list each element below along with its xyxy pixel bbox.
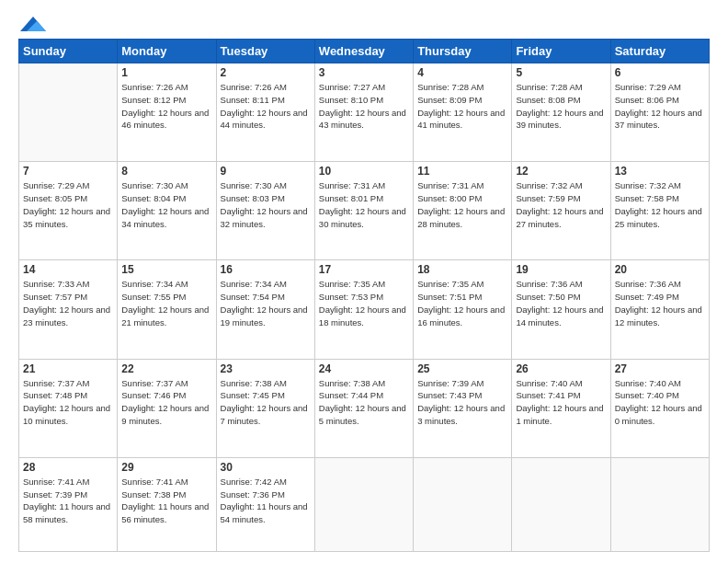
calendar-cell: 28Sunrise: 7:41 AM Sunset: 7:39 PM Dayli… (19, 457, 118, 551)
col-thursday: Thursday (414, 40, 512, 63)
calendar-cell: 27Sunrise: 7:40 AM Sunset: 7:40 PM Dayli… (610, 359, 709, 457)
calendar-cell: 6Sunrise: 7:29 AM Sunset: 8:06 PM Daylig… (610, 63, 709, 162)
day-number: 3 (319, 66, 409, 79)
day-info: Sunrise: 7:30 AM Sunset: 8:04 PM Dayligh… (121, 179, 211, 230)
col-monday: Monday (118, 40, 216, 63)
day-number: 19 (516, 263, 606, 276)
logo (18, 17, 46, 29)
day-number: 17 (319, 263, 409, 276)
day-number: 30 (221, 461, 311, 474)
day-info: Sunrise: 7:38 AM Sunset: 7:44 PM Dayligh… (319, 377, 409, 428)
day-info: Sunrise: 7:34 AM Sunset: 7:55 PM Dayligh… (121, 278, 211, 328)
day-number: 11 (417, 165, 507, 178)
day-number: 1 (121, 66, 211, 79)
day-number: 21 (23, 362, 113, 375)
page: Sunday Monday Tuesday Wednesday Thursday… (0, 0, 728, 563)
day-info: Sunrise: 7:31 AM Sunset: 8:01 PM Dayligh… (319, 179, 409, 230)
calendar-cell: 12Sunrise: 7:32 AM Sunset: 7:59 PM Dayli… (512, 162, 610, 260)
calendar-cell: 9Sunrise: 7:30 AM Sunset: 8:03 PM Daylig… (216, 162, 314, 260)
calendar-cell: 20Sunrise: 7:36 AM Sunset: 7:49 PM Dayli… (610, 260, 709, 359)
calendar-cell: 26Sunrise: 7:40 AM Sunset: 7:41 PM Dayli… (512, 359, 610, 457)
calendar-cell: 21Sunrise: 7:37 AM Sunset: 7:48 PM Dayli… (19, 359, 118, 457)
day-info: Sunrise: 7:38 AM Sunset: 7:45 PM Dayligh… (221, 377, 311, 428)
header (18, 17, 710, 29)
logo-icon (20, 15, 46, 33)
calendar-cell (19, 63, 118, 162)
calendar-cell: 10Sunrise: 7:31 AM Sunset: 8:01 PM Dayli… (314, 162, 413, 260)
day-number: 28 (23, 461, 113, 474)
calendar-cell: 30Sunrise: 7:42 AM Sunset: 7:36 PM Dayli… (216, 457, 314, 551)
calendar: Sunday Monday Tuesday Wednesday Thursday… (18, 39, 710, 552)
day-info: Sunrise: 7:37 AM Sunset: 7:46 PM Dayligh… (121, 377, 211, 428)
day-number: 23 (221, 362, 311, 375)
calendar-cell (512, 457, 610, 551)
calendar-cell: 22Sunrise: 7:37 AM Sunset: 7:46 PM Dayli… (118, 359, 216, 457)
day-number: 5 (516, 66, 606, 79)
day-number: 8 (121, 165, 211, 178)
calendar-cell: 17Sunrise: 7:35 AM Sunset: 7:53 PM Dayli… (314, 260, 413, 359)
day-info: Sunrise: 7:30 AM Sunset: 8:03 PM Dayligh… (221, 179, 311, 230)
calendar-cell: 23Sunrise: 7:38 AM Sunset: 7:45 PM Dayli… (216, 359, 314, 457)
calendar-header: Sunday Monday Tuesday Wednesday Thursday… (19, 40, 710, 63)
day-info: Sunrise: 7:32 AM Sunset: 7:58 PM Dayligh… (615, 179, 705, 230)
calendar-cell: 16Sunrise: 7:34 AM Sunset: 7:54 PM Dayli… (216, 260, 314, 359)
col-tuesday: Tuesday (216, 40, 314, 63)
calendar-cell: 25Sunrise: 7:39 AM Sunset: 7:43 PM Dayli… (414, 359, 512, 457)
calendar-cell: 19Sunrise: 7:36 AM Sunset: 7:50 PM Dayli… (512, 260, 610, 359)
day-number: 9 (221, 165, 311, 178)
calendar-cell: 1Sunrise: 7:26 AM Sunset: 8:12 PM Daylig… (118, 63, 216, 162)
day-number: 25 (417, 362, 507, 375)
col-sunday: Sunday (19, 40, 118, 63)
day-info: Sunrise: 7:39 AM Sunset: 7:43 PM Dayligh… (417, 377, 507, 428)
day-info: Sunrise: 7:29 AM Sunset: 8:05 PM Dayligh… (23, 179, 113, 230)
calendar-cell: 5Sunrise: 7:28 AM Sunset: 8:08 PM Daylig… (512, 63, 610, 162)
col-wednesday: Wednesday (314, 40, 413, 63)
day-number: 10 (319, 165, 409, 178)
day-info: Sunrise: 7:29 AM Sunset: 8:06 PM Dayligh… (615, 81, 705, 132)
day-info: Sunrise: 7:26 AM Sunset: 8:11 PM Dayligh… (221, 81, 311, 132)
calendar-cell: 29Sunrise: 7:41 AM Sunset: 7:38 PM Dayli… (118, 457, 216, 551)
day-info: Sunrise: 7:28 AM Sunset: 8:09 PM Dayligh… (417, 81, 507, 132)
day-number: 13 (615, 165, 705, 178)
calendar-cell (610, 457, 709, 551)
calendar-cell: 15Sunrise: 7:34 AM Sunset: 7:55 PM Dayli… (118, 260, 216, 359)
day-info: Sunrise: 7:35 AM Sunset: 7:53 PM Dayligh… (319, 278, 409, 328)
day-info: Sunrise: 7:37 AM Sunset: 7:48 PM Dayligh… (23, 377, 113, 428)
day-info: Sunrise: 7:36 AM Sunset: 7:49 PM Dayligh… (615, 278, 705, 328)
calendar-cell: 24Sunrise: 7:38 AM Sunset: 7:44 PM Dayli… (314, 359, 413, 457)
calendar-cell: 14Sunrise: 7:33 AM Sunset: 7:57 PM Dayli… (19, 260, 118, 359)
day-number: 18 (417, 263, 507, 276)
col-friday: Friday (512, 40, 610, 63)
header-row: Sunday Monday Tuesday Wednesday Thursday… (19, 40, 710, 63)
day-number: 4 (417, 66, 507, 79)
calendar-cell: 18Sunrise: 7:35 AM Sunset: 7:51 PM Dayli… (414, 260, 512, 359)
calendar-cell (314, 457, 413, 551)
day-number: 7 (23, 165, 113, 178)
day-info: Sunrise: 7:35 AM Sunset: 7:51 PM Dayligh… (417, 278, 507, 328)
day-info: Sunrise: 7:26 AM Sunset: 8:12 PM Dayligh… (121, 81, 211, 132)
day-info: Sunrise: 7:40 AM Sunset: 7:41 PM Dayligh… (516, 377, 606, 428)
day-number: 26 (516, 362, 606, 375)
day-info: Sunrise: 7:34 AM Sunset: 7:54 PM Dayligh… (221, 278, 311, 328)
calendar-cell: 13Sunrise: 7:32 AM Sunset: 7:58 PM Dayli… (610, 162, 709, 260)
day-number: 14 (23, 263, 113, 276)
calendar-body: 1Sunrise: 7:26 AM Sunset: 8:12 PM Daylig… (19, 63, 710, 552)
calendar-cell: 3Sunrise: 7:27 AM Sunset: 8:10 PM Daylig… (314, 63, 413, 162)
calendar-cell: 8Sunrise: 7:30 AM Sunset: 8:04 PM Daylig… (118, 162, 216, 260)
day-info: Sunrise: 7:27 AM Sunset: 8:10 PM Dayligh… (319, 81, 409, 132)
day-number: 29 (121, 461, 211, 474)
day-number: 22 (121, 362, 211, 375)
day-number: 6 (615, 66, 705, 79)
day-info: Sunrise: 7:32 AM Sunset: 7:59 PM Dayligh… (516, 179, 606, 230)
day-number: 12 (516, 165, 606, 178)
calendar-cell (414, 457, 512, 551)
day-number: 20 (615, 263, 705, 276)
calendar-cell: 2Sunrise: 7:26 AM Sunset: 8:11 PM Daylig… (216, 63, 314, 162)
calendar-cell: 11Sunrise: 7:31 AM Sunset: 8:00 PM Dayli… (414, 162, 512, 260)
day-info: Sunrise: 7:36 AM Sunset: 7:50 PM Dayligh… (516, 278, 606, 328)
day-number: 16 (221, 263, 311, 276)
day-info: Sunrise: 7:31 AM Sunset: 8:00 PM Dayligh… (417, 179, 507, 230)
day-number: 2 (221, 66, 311, 79)
day-number: 24 (319, 362, 409, 375)
col-saturday: Saturday (610, 40, 709, 63)
